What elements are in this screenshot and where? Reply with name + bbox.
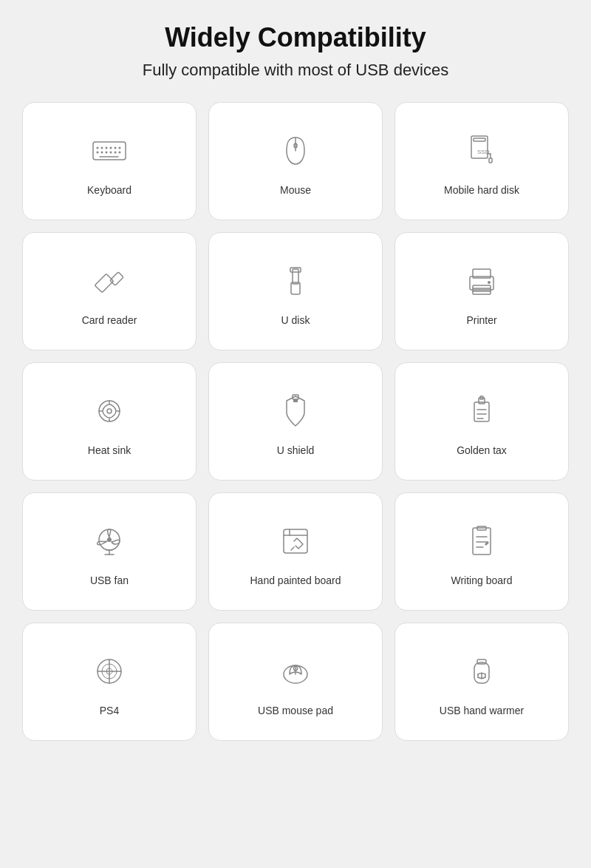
- card-hand-warmer: USB hand warmer: [394, 623, 569, 741]
- card-golden-tax: Golden tax: [394, 362, 569, 481]
- printer-label: Printer: [466, 313, 496, 328]
- svg-point-17: [110, 147, 112, 149]
- hand-painted-icon: [273, 519, 318, 563]
- svg-point-15: [101, 147, 103, 149]
- svg-point-18: [115, 147, 117, 149]
- card-u-disk: U disk: [208, 232, 383, 350]
- svg-point-24: [115, 152, 117, 154]
- card-hard-disk: SSD Mobile hard disk: [394, 102, 569, 220]
- svg-point-19: [119, 147, 121, 149]
- svg-rect-64: [284, 529, 307, 553]
- svg-point-23: [110, 152, 112, 154]
- printer-icon: [460, 259, 504, 303]
- u-shield-label: U shield: [277, 444, 315, 458]
- card-hand-painted: Hand painted board: [208, 492, 383, 611]
- mouse-pad-label: USB mouse pad: [258, 704, 333, 719]
- mouse-label: Mouse: [280, 183, 311, 198]
- card-keyboard: Keyboard: [22, 102, 197, 220]
- card-ps4: PS4: [22, 623, 197, 741]
- heat-sink-icon: [87, 389, 131, 433]
- hard-disk-icon: SSD: [460, 129, 504, 173]
- mouse-icon: [273, 129, 318, 173]
- usb-fan-label: USB fan: [90, 574, 129, 589]
- hand-painted-label: Hand painted board: [250, 574, 341, 589]
- device-grid: Keyboard Mouse SSD Mobile hard disk: [22, 102, 569, 741]
- card-usb-fan: USB fan: [22, 492, 197, 611]
- card-reader: Card reader: [22, 232, 197, 350]
- svg-point-21: [101, 152, 103, 154]
- ps4-label: PS4: [100, 704, 119, 719]
- svg-rect-37: [293, 269, 298, 284]
- card-reader-label: Card reader: [82, 313, 137, 328]
- writing-board-icon: [460, 519, 504, 563]
- svg-rect-68: [473, 528, 491, 555]
- sub-title: Fully compatible with most of USB device…: [143, 61, 449, 80]
- svg-rect-38: [290, 268, 301, 272]
- golden-tax-icon: [460, 389, 504, 433]
- svg-line-67: [291, 547, 294, 550]
- svg-rect-54: [479, 398, 485, 404]
- u-disk-icon: [273, 259, 318, 303]
- svg-rect-52: [293, 399, 298, 402]
- card-writing-board: Writing board: [394, 492, 569, 611]
- hand-warmer-icon: [460, 649, 504, 694]
- card-mouse-pad: USB mouse pad: [208, 623, 383, 741]
- svg-rect-33: [489, 158, 492, 163]
- hard-disk-label: Mobile hard disk: [444, 183, 519, 198]
- hand-warmer-label: USB hand warmer: [440, 704, 524, 719]
- svg-point-42: [488, 281, 491, 284]
- heat-sink-label: Heat sink: [88, 444, 131, 458]
- main-title: Widely Compatibility: [165, 22, 426, 53]
- usb-fan-icon: [87, 519, 131, 563]
- card-mouse: Mouse: [208, 102, 383, 220]
- svg-point-25: [119, 152, 121, 154]
- svg-point-20: [97, 152, 99, 154]
- card-heat-sink: Heat sink: [22, 362, 197, 481]
- keyboard-icon: [87, 129, 131, 173]
- card-u-shield: U shield: [208, 362, 383, 481]
- card-printer: Printer: [394, 232, 569, 350]
- card-reader-icon: [87, 259, 131, 303]
- svg-point-50: [107, 409, 112, 413]
- svg-rect-34: [95, 274, 113, 292]
- golden-tax-label: Golden tax: [457, 444, 507, 458]
- svg-point-22: [106, 152, 108, 154]
- keyboard-label: Keyboard: [87, 183, 131, 198]
- svg-point-14: [97, 147, 99, 149]
- svg-rect-82: [477, 660, 486, 664]
- u-shield-icon: [273, 389, 318, 433]
- writing-board-label: Writing board: [451, 574, 512, 589]
- svg-rect-29: [474, 138, 485, 141]
- svg-point-16: [106, 147, 108, 149]
- svg-rect-35: [110, 272, 123, 285]
- svg-point-60: [107, 538, 112, 542]
- ps4-icon: [87, 649, 131, 694]
- u-disk-label: U disk: [281, 313, 310, 328]
- mouse-pad-icon: [273, 649, 318, 694]
